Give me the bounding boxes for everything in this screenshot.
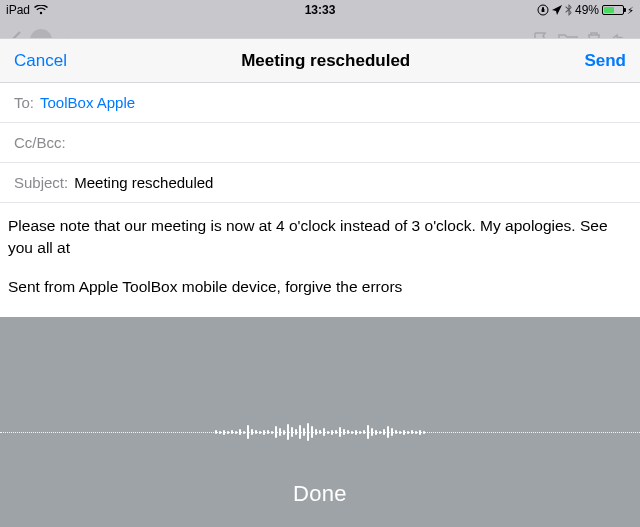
- device-label: iPad: [6, 3, 30, 17]
- send-button[interactable]: Send: [584, 51, 626, 71]
- dictation-waveform: [0, 417, 640, 447]
- subject-field[interactable]: Subject: Meeting rescheduled: [0, 163, 640, 203]
- message-body[interactable]: Please note that our meeting is now at 4…: [0, 203, 640, 314]
- battery-percent: 49%: [575, 3, 599, 17]
- bluetooth-icon: [565, 4, 572, 16]
- cancel-button[interactable]: Cancel: [14, 51, 67, 71]
- body-text: Please note that our meeting is now at 4…: [8, 215, 632, 260]
- signature-text: Sent from Apple ToolBox mobile device, f…: [8, 276, 632, 298]
- dictation-panel: Done: [0, 317, 640, 527]
- subject-value[interactable]: Meeting rescheduled: [74, 174, 213, 191]
- orientation-lock-icon: [537, 4, 549, 16]
- status-time: 13:33: [305, 3, 336, 17]
- status-bar: iPad 13:33 49% ⚡︎: [0, 0, 640, 20]
- location-icon: [552, 5, 562, 15]
- battery-icon: [602, 5, 624, 15]
- to-label: To:: [14, 94, 34, 111]
- ccbcc-field[interactable]: Cc/Bcc:: [0, 123, 640, 163]
- compose-sheet: Cancel Meeting rescheduled Send To: Tool…: [0, 38, 640, 527]
- charging-icon: ⚡︎: [627, 5, 634, 16]
- to-recipient[interactable]: ToolBox Apple: [40, 94, 135, 111]
- subject-label: Subject:: [14, 174, 68, 191]
- ccbcc-label: Cc/Bcc:: [14, 134, 66, 151]
- dictation-done-button[interactable]: Done: [293, 481, 347, 507]
- compose-header: Cancel Meeting rescheduled Send: [0, 39, 640, 83]
- wifi-icon: [34, 5, 48, 15]
- to-field[interactable]: To: ToolBox Apple: [0, 83, 640, 123]
- compose-title: Meeting rescheduled: [241, 51, 410, 71]
